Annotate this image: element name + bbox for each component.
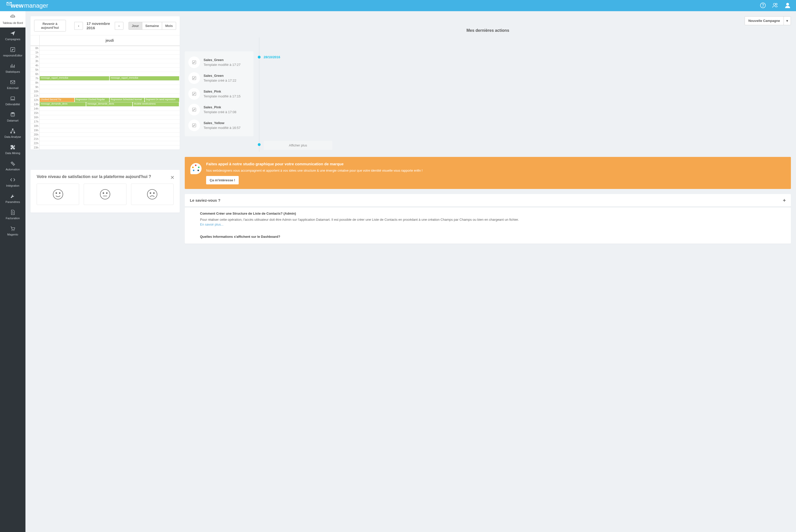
hour-label: 22h — [31, 141, 40, 145]
sidebar-item-label: Statistiques — [5, 70, 20, 73]
action-text: Sales_PinkTemplate créé à 17:08 — [204, 105, 236, 114]
sidebar-item-campagnes[interactable]: Campagnes — [0, 27, 25, 44]
actions-title: Mes dernières actions — [185, 28, 791, 33]
sidebar-item-statistiques[interactable]: Statistiques — [0, 60, 25, 76]
hour-row — [40, 59, 180, 63]
next-button[interactable]: › — [115, 22, 124, 30]
hour-label: 13h — [31, 102, 40, 106]
hour-label: 12h — [31, 98, 40, 102]
sidebar-item-délivrabilité[interactable]: Délivrabilité — [0, 93, 25, 109]
hour-label: 3h — [31, 59, 40, 63]
sidebar-item-automation[interactable]: Automation — [0, 158, 25, 174]
gauge-icon — [10, 14, 16, 20]
sidebar-item-magento[interactable]: Magento — [0, 223, 25, 239]
calendar-event[interactable]: message_rappel_immediat — [40, 76, 109, 80]
show-more-button[interactable]: Afficher plus — [264, 141, 332, 150]
svg-point-23 — [147, 189, 157, 199]
calendar-event[interactable]: Segment On send regression — [145, 98, 180, 102]
sidebar-item-facturation[interactable]: Facturation — [0, 207, 25, 223]
svg-point-18 — [56, 192, 57, 193]
users-icon[interactable] — [772, 2, 778, 9]
calendar-event[interactable]: message_demande_devis — [86, 102, 132, 106]
hour-labels: 0h1h2h3h4h5h6h7h8h9h10h11h12h13h14h15h16… — [31, 46, 40, 150]
sidebar-item-label: Tableau de Bord — [2, 21, 23, 24]
view-day[interactable]: Jour — [129, 22, 142, 30]
timeline: 28/10/2016 Sales_GreenTemplate modifié à… — [185, 37, 791, 152]
sidebar-item-tableau-de-bord[interactable]: Tableau de Bord — [0, 11, 25, 27]
close-icon[interactable]: ✕ — [170, 174, 174, 180]
hour-row — [40, 54, 180, 59]
face-happy[interactable] — [37, 184, 79, 205]
hour-row — [40, 124, 180, 128]
wrench-icon — [10, 193, 16, 199]
sidebar-item-label: Data Mining — [5, 152, 20, 155]
calendar-event[interactable]: message_demande_devis — [40, 102, 86, 106]
face-neutral[interactable] — [84, 184, 126, 205]
new-campaign-row: Nouvelle Campagne ▾ — [185, 16, 791, 25]
action-row[interactable]: Sales_GreenTemplate modifié à 17:27 — [188, 54, 250, 70]
prev-button[interactable]: ‹ — [74, 22, 83, 30]
help-icon[interactable] — [760, 2, 766, 9]
sidebar-item-datamart[interactable]: Datamart — [0, 109, 25, 125]
sidebar-item-intégration[interactable]: Intégration — [0, 174, 25, 190]
promo-panel: Faites appel à notre studio graphique po… — [185, 157, 791, 189]
new-campaign-button[interactable]: Nouvelle Campagne — [745, 17, 783, 25]
db-icon — [10, 112, 16, 117]
satisfaction-faces — [37, 184, 173, 205]
dyk-link[interactable]: En savoir plus... — [200, 223, 224, 226]
svg-point-16 — [14, 230, 14, 231]
satisfaction-title: Votre niveau de satisfaction sur la plat… — [37, 174, 173, 179]
sidebar-item-responsiveditor[interactable]: responsivEditor — [0, 44, 25, 60]
sidebar-item-label: Campagnes — [5, 38, 20, 41]
calendar-toolbar: Revenir à aujourd'hui ‹ 17 novembre 2016… — [31, 16, 180, 35]
sidebar-item-label: responsivEditor — [3, 54, 22, 57]
hour-row — [40, 80, 180, 85]
hour-label: 7h — [31, 76, 40, 80]
action-row[interactable]: Sales_PinkTemplate créé à 17:08 — [188, 102, 250, 117]
calendar-event[interactable]: Modele wewbusiness — [133, 102, 179, 106]
svg-point-2 — [773, 3, 775, 5]
face-sad[interactable] — [131, 184, 173, 205]
sidebar-item-data-analyse[interactable]: Data Analyse — [0, 125, 25, 141]
sidebar-item-edocmail[interactable]: Edocmail — [0, 76, 25, 93]
user-icon[interactable] — [784, 2, 791, 10]
plane-icon — [10, 31, 16, 36]
svg-point-13 — [12, 162, 13, 164]
logo: wewmanager — [5, 2, 48, 9]
hour-label: 23h — [31, 145, 40, 150]
hour-row — [40, 63, 180, 68]
action-row[interactable]: Sales_PinkTemplate modifié à 17:15 — [188, 86, 250, 102]
action-row[interactable]: Sales_GreenTemplate créé à 17:22 — [188, 70, 250, 86]
calendar-body: message_rappel_immediatmessage_rappel_im… — [40, 46, 180, 150]
actions-card: Sales_GreenTemplate modifié à 17:27Sales… — [185, 51, 254, 136]
new-campaign-dropdown[interactable]: ▾ — [783, 17, 791, 25]
promo-cta[interactable]: Ça m'intéresse ! — [206, 176, 239, 184]
timeline-dot-2 — [258, 143, 261, 146]
hour-label: 15h — [31, 111, 40, 115]
today-button[interactable]: Revenir à aujourd'hui — [34, 20, 66, 32]
code-icon — [10, 177, 16, 183]
action-row[interactable]: Sales_YellowTemplate modifié à 16:57 — [188, 117, 250, 133]
topbar: wewmanager — [0, 0, 796, 11]
calendar-event[interactable]: Regression Scheduled Normal — [110, 98, 144, 102]
calendar-event[interactable]: message_rappel_immediat — [110, 76, 179, 80]
hour-label: 16h — [31, 115, 40, 119]
sidebar-item-paramètres[interactable]: Paramètres — [0, 190, 25, 207]
calendar-event[interactable]: Regression Clocked Regular — [75, 98, 109, 102]
calendar-event[interactable]: Clocked Second Try — [40, 98, 74, 102]
svg-rect-11 — [11, 132, 12, 133]
satisfaction-panel: Votre niveau de satisfaction sur la plat… — [31, 170, 180, 213]
hour-row — [40, 46, 180, 50]
hour-row — [40, 72, 180, 76]
view-week[interactable]: Semaine — [142, 22, 162, 30]
plus-icon[interactable]: + — [783, 197, 786, 204]
logo-text-bold: wew — [11, 2, 24, 9]
svg-rect-26 — [192, 60, 196, 64]
hour-label: 17h — [31, 119, 40, 124]
view-month[interactable]: Mois — [162, 22, 176, 30]
svg-point-3 — [776, 3, 777, 5]
puzzle-icon — [10, 145, 16, 150]
promo-title: Faites appel à notre studio graphique po… — [206, 162, 423, 167]
sidebar-item-data-mining[interactable]: Data Mining — [0, 141, 25, 158]
svg-point-24 — [150, 192, 151, 193]
